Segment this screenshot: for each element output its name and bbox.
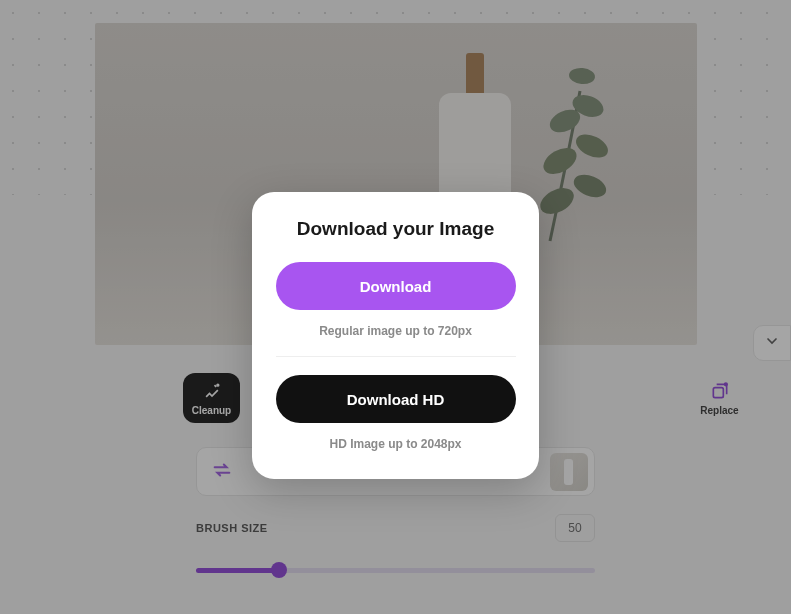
download-modal: Download your Image Download Regular ima… bbox=[252, 192, 539, 479]
download-hd-caption: HD Image up to 2048px bbox=[329, 437, 461, 451]
download-hd-button[interactable]: Download HD bbox=[276, 375, 516, 423]
modal-title: Download your Image bbox=[297, 218, 494, 240]
modal-divider bbox=[276, 356, 516, 357]
download-caption: Regular image up to 720px bbox=[319, 324, 472, 338]
download-button[interactable]: Download bbox=[276, 262, 516, 310]
